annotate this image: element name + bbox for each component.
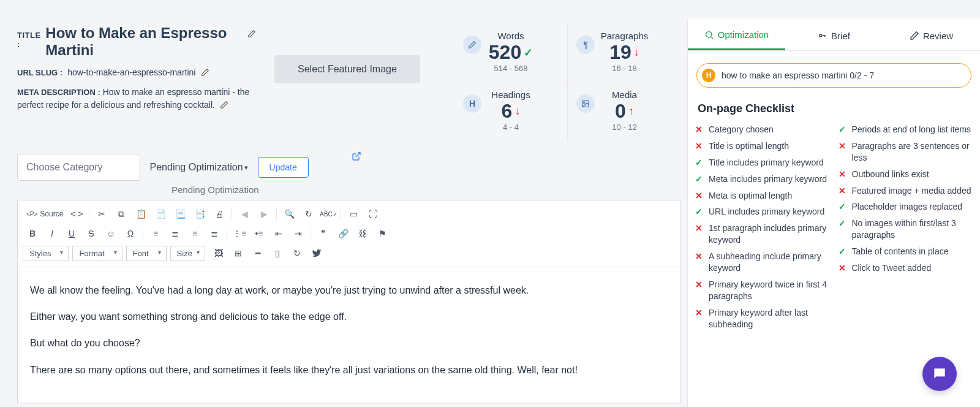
checklist-item: ✓Meta includes primary keyword [695, 171, 830, 188]
checklist-title: On-page Checklist [688, 95, 980, 121]
editor-content[interactable]: We all know the feeling. You've had a lo… [18, 267, 680, 403]
indent-icon[interactable]: ⇥ [288, 225, 308, 242]
tab-brief[interactable]: Brief [785, 18, 883, 50]
format-dropdown[interactable]: Format [72, 246, 122, 261]
flag-icon[interactable]: ⚑ [372, 225, 392, 242]
italic-icon[interactable]: I [42, 225, 62, 242]
emoji-icon[interactable]: ☺ [101, 225, 121, 242]
edit-icon [910, 31, 919, 40]
cut-icon[interactable]: ✂ [92, 205, 111, 223]
image-insert-icon[interactable]: 🖼 [209, 245, 228, 262]
pagebreak-icon[interactable]: ▭ [344, 205, 363, 223]
arrow-up-icon: ↑ [628, 105, 634, 118]
paste-text-icon[interactable]: 📄 [151, 205, 170, 223]
checklist-item-text: Click to Tweet added [852, 262, 932, 274]
bullet-list-icon[interactable]: •≡ [249, 225, 269, 242]
pencil-icon [463, 36, 481, 54]
align-center-icon[interactable]: ≣ [165, 225, 185, 242]
checklist-item: ✕Primary keyword twice in first 4 paragr… [695, 276, 830, 305]
chat-button[interactable] [922, 357, 957, 391]
maximize-icon[interactable]: ⛶ [363, 205, 383, 223]
tab-optimization[interactable]: Optimization [688, 18, 785, 50]
checklist-item-text: 1st paragraph includes primary keyword [709, 223, 830, 246]
checklist-item-text: Meta includes primary keyword [709, 173, 827, 185]
checklist-item-text: Primary keyword after last subheading [709, 307, 830, 330]
size-dropdown[interactable]: Size [170, 246, 205, 261]
content-paragraph: We all know the feeling. You've had a lo… [30, 282, 668, 299]
styles-dropdown[interactable]: Styles [23, 246, 69, 261]
copy-icon[interactable]: ⧉ [111, 205, 131, 223]
x-icon: ✕ [695, 140, 704, 152]
checklist-item: ✓Table of contents in place [839, 243, 973, 260]
quote-icon[interactable]: ❞ [314, 225, 333, 242]
checklist-item-text: Paragraphs are 3 sentences or less [852, 140, 973, 164]
link-icon[interactable]: 🔗 [333, 225, 353, 242]
bold-icon[interactable]: B [23, 225, 42, 242]
x-icon: ✕ [695, 251, 704, 262]
title-label: TITLE : [17, 31, 42, 49]
find-icon[interactable]: 🔍 [279, 205, 299, 223]
checklist-item-text: Meta is optimal length [709, 190, 792, 202]
checklist-item-text: Table of contents in place [852, 246, 949, 257]
edit-meta-icon[interactable] [220, 101, 230, 110]
slug-label: URL SLUG : [17, 68, 62, 77]
content-paragraph: Either way, you want something strong an… [30, 308, 668, 325]
stat-headings: H Headings 6↓ 4 - 4 [454, 83, 568, 142]
category-select[interactable]: Choose Category [17, 154, 140, 181]
external-link-icon[interactable] [352, 151, 361, 161]
redo-icon[interactable]: ▶ [254, 205, 274, 223]
refresh-icon[interactable]: ↻ [287, 245, 307, 262]
slug-value: how-to-make-an-espresso-martini [67, 67, 195, 77]
source-button[interactable]: <P>Source [23, 205, 67, 223]
checklist-item: ✕Primary keyword after last subheading [695, 305, 830, 333]
print-icon[interactable]: 🖨 [209, 205, 229, 223]
outdent-icon[interactable]: ⇤ [269, 225, 288, 242]
paste-special-icon[interactable]: 📑 [190, 205, 209, 223]
unlink-icon[interactable]: ⛓ [353, 225, 372, 242]
checklist-item: ✓No images within first/last 3 paragraph… [839, 215, 973, 243]
update-button[interactable]: Update [258, 157, 309, 178]
paste-word-icon[interactable]: 📃 [170, 205, 190, 223]
status-sub-label: Pending Optimization [172, 184, 687, 195]
align-right-icon[interactable]: ≡ [185, 225, 205, 242]
x-icon: ✕ [839, 140, 847, 152]
numbered-list-icon[interactable]: ⋮≡ [230, 225, 249, 242]
select-featured-image-button[interactable]: Select Featured Image [274, 55, 420, 83]
checklist-item: ✓Periods at end of long list items [839, 121, 973, 138]
check-icon: ✓ [839, 246, 847, 257]
checklist-item: ✕Title is optimal length [695, 138, 830, 154]
code-icon[interactable]: < > [67, 205, 86, 223]
justify-icon[interactable]: ≣ [205, 225, 224, 242]
x-icon: ✕ [839, 169, 847, 180]
stat-paragraphs: ¶ Paragraphs 19↓ 16 - 18 [568, 25, 681, 83]
tab-review[interactable]: Review [883, 18, 980, 50]
status-dropdown[interactable]: Pending Optimization▾ [146, 156, 252, 179]
checklist-item: ✓URL includes primary keyword [695, 204, 830, 220]
underline-icon[interactable]: U [62, 225, 81, 242]
hr-icon[interactable]: ━ [248, 245, 268, 262]
checklist-item-text: No images within first/last 3 paragraphs [852, 218, 973, 241]
replace-icon[interactable]: ↻ [299, 205, 318, 223]
checklist-item: ✓Title includes primary keyword [695, 154, 830, 171]
x-icon: ✕ [695, 190, 704, 202]
strike-icon[interactable]: S [81, 225, 101, 242]
checklist-item-text: Outbound links exist [852, 169, 929, 180]
font-dropdown[interactable]: Font [126, 246, 167, 261]
edit-title-icon[interactable] [247, 29, 256, 39]
keyword-pill[interactable]: H how to make an espresso martini 0/2 - … [696, 63, 971, 88]
edit-slug-icon[interactable] [200, 67, 210, 77]
spellcheck-icon[interactable]: ABC✓ [318, 205, 338, 223]
omega-icon[interactable]: Ω [121, 225, 140, 242]
table-icon[interactable]: ⊞ [228, 245, 248, 262]
heading-icon: H [463, 94, 481, 113]
iframe-icon[interactable]: ▯ [268, 245, 287, 262]
arrow-down-icon: ↓ [514, 105, 520, 118]
undo-icon[interactable]: ◀ [235, 205, 254, 223]
checklist-item: ✕Featured image + media added [839, 183, 973, 199]
twitter-icon[interactable] [307, 245, 326, 262]
checklist-item: ✕A subheading include primary keyword [695, 248, 830, 276]
paste-icon[interactable]: 📋 [131, 205, 151, 223]
x-icon: ✕ [839, 185, 847, 197]
svg-point-5 [820, 34, 822, 37]
align-left-icon[interactable]: ≡ [146, 225, 165, 242]
